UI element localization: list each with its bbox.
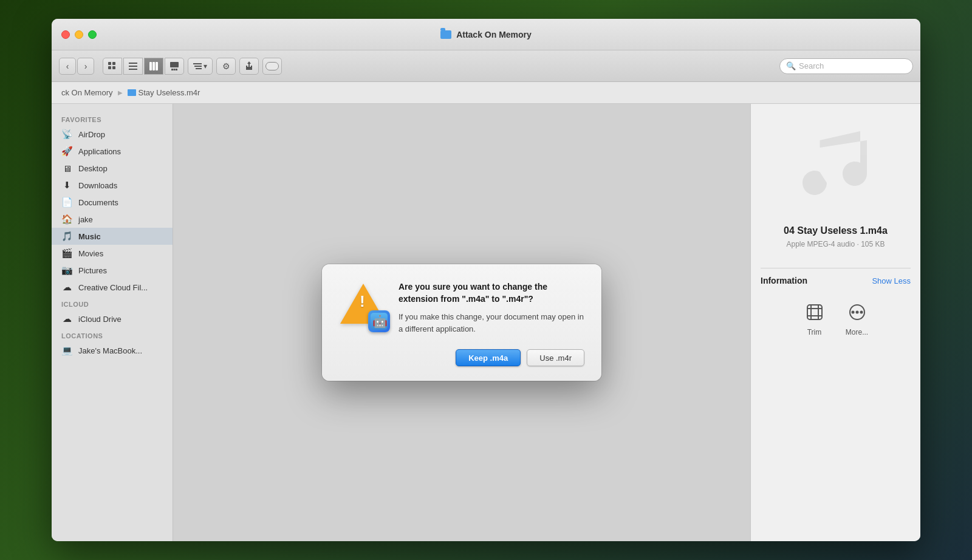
folder-icon — [440, 30, 451, 39]
sidebar-item-airdrop[interactable]: 📡 AirDrop — [52, 126, 173, 143]
svg-rect-5 — [129, 66, 137, 67]
svg-point-26 — [860, 312, 862, 313]
finder-mini-icon — [368, 310, 390, 332]
desktop-icon: 🖥 — [61, 163, 72, 174]
svg-point-24 — [852, 312, 854, 313]
favorites-header: Favorites — [52, 111, 173, 126]
sidebar-item-pictures[interactable]: 📷 Pictures — [52, 262, 173, 279]
svg-rect-15 — [194, 66, 202, 67]
sidebar-label-pictures: Pictures — [78, 266, 107, 275]
icon-view-button[interactable] — [103, 58, 122, 75]
search-bar[interactable]: 🔍 Search — [779, 58, 913, 74]
svg-rect-12 — [174, 69, 176, 70]
dialog-title: Are you sure you want to change the exte… — [399, 281, 584, 305]
preview-actions: Trim More... — [803, 300, 869, 336]
preview-music-icon — [787, 116, 885, 213]
list-view-button[interactable] — [123, 58, 143, 75]
svg-rect-8 — [152, 62, 155, 70]
svg-rect-18 — [807, 305, 822, 319]
back-button[interactable]: ‹ — [59, 58, 76, 75]
documents-icon: 📄 — [61, 197, 72, 208]
breadcrumb-separator: ▶ — [118, 89, 123, 96]
svg-rect-4 — [129, 63, 137, 64]
music-icon: 🎵 — [61, 231, 72, 242]
svg-rect-6 — [129, 69, 137, 70]
preview-info-label: Information — [761, 276, 807, 285]
search-icon: 🔍 — [786, 61, 796, 70]
svg-rect-14 — [193, 63, 202, 64]
sidebar-item-movies[interactable]: 🎬 Movies — [52, 245, 173, 262]
sidebar-label-jake: jake — [78, 215, 93, 224]
forward-button[interactable]: › — [77, 58, 94, 75]
preview-divider — [761, 268, 911, 268]
sidebar-item-downloads[interactable]: ⬇ Downloads — [52, 177, 173, 194]
nav-buttons: ‹ › — [59, 58, 94, 75]
svg-rect-9 — [156, 62, 158, 70]
svg-rect-7 — [149, 62, 152, 70]
sidebar-label-applications: Applications — [78, 147, 121, 156]
sidebar-label-documents: Documents — [78, 198, 118, 207]
dialog-text: Are you sure you want to change the exte… — [399, 281, 584, 335]
trim-label: Trim — [807, 328, 822, 336]
svg-rect-1 — [112, 62, 115, 65]
gallery-view-button[interactable] — [165, 58, 184, 75]
icloud-drive-icon: ☁ — [61, 313, 72, 324]
dialog-content: ! Are you sure you want to change the ex… — [339, 281, 584, 335]
dialog-buttons: Keep .m4a Use .m4r — [339, 349, 584, 366]
search-placeholder: Search — [799, 61, 824, 70]
preview-filename: 04 Stay Useless 1.m4a — [784, 225, 888, 236]
minimize-button[interactable] — [75, 30, 83, 39]
sidebar: Favorites 📡 AirDrop 🚀 Applications 🖥 Des… — [52, 104, 173, 541]
file-area[interactable]: ! Are you sure you want to change the ex… — [173, 104, 750, 541]
icloud-header: iCloud — [52, 296, 173, 310]
show-less-link[interactable]: Show Less — [872, 276, 911, 285]
more-action[interactable]: More... — [845, 300, 869, 336]
pictures-icon: 📷 — [61, 265, 72, 276]
sidebar-label-macbook: Jake's MacBook... — [78, 346, 142, 355]
svg-rect-0 — [108, 62, 111, 65]
main-content: Favorites 📡 AirDrop 🚀 Applications 🖥 Des… — [52, 104, 920, 541]
jake-icon: 🏠 — [61, 214, 72, 225]
sidebar-item-music[interactable]: 🎵 Music — [52, 228, 173, 245]
sidebar-item-applications[interactable]: 🚀 Applications — [52, 143, 173, 160]
sidebar-label-desktop: Desktop — [78, 164, 108, 173]
svg-rect-3 — [112, 66, 115, 69]
svg-rect-11 — [171, 69, 173, 70]
breadcrumb-child[interactable]: Stay Useless.m4r — [128, 88, 200, 97]
warning-icon: ! — [339, 284, 388, 332]
more-icon — [845, 300, 869, 324]
sidebar-item-jake[interactable]: 🏠 jake — [52, 211, 173, 228]
finder-window: Attack On Memory ‹ › — [52, 19, 920, 541]
sidebar-item-documents[interactable]: 📄 Documents — [52, 194, 173, 211]
breadcrumb-parent[interactable]: ck On Memory — [61, 88, 113, 97]
sidebar-label-movies: Movies — [78, 249, 103, 258]
sidebar-item-macbook[interactable]: 💻 Jake's MacBook... — [52, 342, 173, 359]
keep-extension-button[interactable]: Keep .m4a — [456, 349, 521, 366]
breadcrumb: ck On Memory ▶ Stay Useless.m4r — [52, 82, 920, 104]
svg-rect-13 — [176, 69, 177, 70]
close-button[interactable] — [61, 30, 70, 39]
applications-icon: 🚀 — [61, 146, 72, 157]
sidebar-item-creative-cloud[interactable]: ☁ Creative Cloud Fil... — [52, 279, 173, 296]
dialog-overlay: ! Are you sure you want to change the ex… — [173, 104, 750, 541]
downloads-icon: ⬇ — [61, 180, 72, 191]
use-extension-button[interactable]: Use .m4r — [527, 349, 584, 366]
tag-button[interactable] — [262, 58, 282, 75]
preview-pane: 04 Stay Useless 1.m4a Apple MPEG-4 audio… — [750, 104, 920, 541]
trim-action[interactable]: Trim — [803, 300, 827, 336]
sidebar-item-desktop[interactable]: 🖥 Desktop — [52, 160, 173, 177]
action-button[interactable]: ⚙ — [216, 58, 236, 75]
macbook-icon: 💻 — [61, 345, 72, 356]
sidebar-item-icloud-drive[interactable]: ☁ iCloud Drive — [52, 310, 173, 327]
svg-point-25 — [856, 312, 858, 313]
share-button[interactable] — [239, 58, 259, 75]
dialog-message: If you make this change, your document m… — [399, 311, 584, 335]
maximize-button[interactable] — [88, 30, 97, 39]
warning-exclamation: ! — [360, 293, 365, 309]
column-view-button[interactable] — [144, 58, 163, 75]
dialog: ! Are you sure you want to change the ex… — [322, 264, 601, 381]
group-button[interactable]: ▾ — [188, 58, 213, 75]
toolbar: ‹ › — [52, 50, 920, 82]
sidebar-label-downloads: Downloads — [78, 181, 117, 190]
breadcrumb-folder-icon — [128, 89, 136, 96]
